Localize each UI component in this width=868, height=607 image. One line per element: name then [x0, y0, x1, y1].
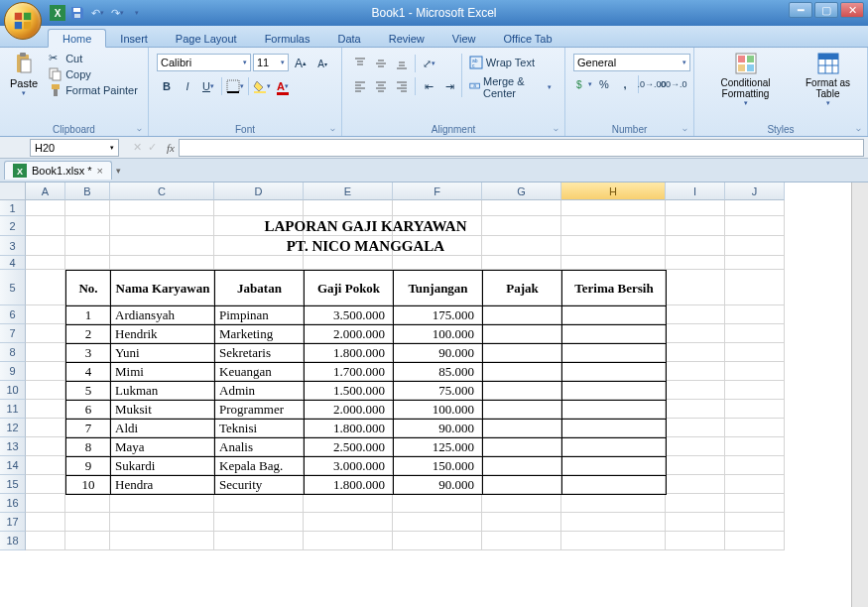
tab-formulas[interactable]: Formulas — [251, 30, 324, 47]
table-cell[interactable]: Pimpinan — [215, 306, 305, 325]
tab-home[interactable]: Home — [48, 29, 106, 48]
cell-A1[interactable] — [26, 200, 65, 216]
cell-J17[interactable] — [725, 513, 785, 532]
table-cell[interactable] — [562, 438, 667, 457]
row-header-11[interactable]: 11 — [0, 400, 26, 419]
table-cell[interactable]: Aldi — [111, 420, 215, 438]
cell-A6[interactable] — [26, 305, 65, 324]
cell-J3[interactable] — [725, 236, 785, 256]
cell-A16[interactable] — [26, 494, 65, 513]
cell-F17[interactable] — [393, 513, 482, 532]
cell-D18[interactable] — [214, 532, 304, 550]
tab-review[interactable]: Review — [375, 30, 438, 47]
cell-A13[interactable] — [26, 437, 65, 456]
cell-I5[interactable] — [666, 270, 725, 305]
table-cell[interactable]: Hendra — [111, 476, 215, 495]
grow-font-button[interactable]: A▴ — [291, 54, 310, 73]
table-cell[interactable]: 90.000 — [394, 344, 483, 363]
cell-H17[interactable] — [561, 513, 666, 532]
cell-J18[interactable] — [725, 532, 785, 550]
table-cell[interactable] — [483, 363, 562, 382]
cell-I9[interactable] — [666, 362, 725, 381]
underline-button[interactable]: U▾ — [198, 76, 218, 96]
table-cell[interactable]: 100.000 — [394, 325, 483, 344]
header-tunjangan[interactable]: Tunjangan — [394, 271, 483, 306]
table-cell[interactable]: 2.500.000 — [305, 438, 394, 457]
row-header-2[interactable]: 2 — [0, 216, 26, 236]
cell-H4[interactable] — [561, 256, 666, 270]
decrease-decimal-button[interactable]: .00→.0 — [663, 74, 682, 94]
cell-F16[interactable] — [393, 494, 482, 513]
table-row[interactable]: 6MuksitProgrammer2.000.000100.000 — [66, 401, 667, 420]
cell-F18[interactable] — [393, 532, 482, 550]
cell-E4[interactable] — [304, 256, 393, 270]
col-header-J[interactable]: J — [725, 182, 785, 200]
table-row[interactable]: 5LukmanAdmin1.500.00075.000 — [66, 382, 667, 401]
table-cell[interactable]: 175.000 — [394, 306, 483, 325]
cell-B16[interactable] — [65, 494, 110, 513]
close-button[interactable]: ✕ — [840, 2, 864, 18]
table-cell[interactable]: 1.800.000 — [305, 420, 394, 438]
table-cell[interactable] — [562, 401, 667, 420]
align-right-button[interactable] — [392, 76, 412, 96]
table-cell[interactable] — [562, 363, 667, 382]
cell-I13[interactable] — [666, 437, 725, 456]
table-cell[interactable]: 90.000 — [394, 476, 483, 495]
cell-H1[interactable] — [561, 200, 666, 216]
font-name-combo[interactable]: Calibri▾ — [157, 54, 251, 71]
cell-E18[interactable] — [304, 532, 393, 550]
salary-table[interactable]: No.Nama KaryawanJabatanGaji PokokTunjang… — [65, 270, 667, 495]
table-cell[interactable] — [483, 420, 562, 438]
align-middle-button[interactable] — [371, 54, 391, 73]
table-cell[interactable]: 4 — [66, 363, 111, 382]
office-button[interactable] — [4, 2, 42, 40]
header-terima-bersih[interactable]: Terima Bersih — [562, 271, 667, 306]
cell-A18[interactable] — [26, 532, 65, 550]
table-cell[interactable] — [483, 401, 562, 420]
cell-E1[interactable] — [304, 200, 393, 216]
table-row[interactable]: 1ArdiansyahPimpinan3.500.000175.000 — [66, 306, 667, 325]
row-header-10[interactable]: 10 — [0, 381, 26, 400]
font-size-combo[interactable]: 11▾ — [253, 54, 289, 71]
cell-I18[interactable] — [666, 532, 725, 550]
row-header-14[interactable]: 14 — [0, 456, 26, 475]
cell-I1[interactable] — [666, 200, 725, 216]
cell-B1[interactable] — [65, 200, 110, 216]
table-cell[interactable]: 6 — [66, 401, 111, 420]
col-header-G[interactable]: G — [482, 182, 561, 200]
table-cell[interactable]: Maya — [111, 438, 215, 457]
cell-J10[interactable] — [725, 381, 785, 400]
table-cell[interactable]: Sekretaris — [215, 344, 305, 363]
maximize-button[interactable]: ▢ — [814, 2, 838, 18]
table-cell[interactable] — [483, 476, 562, 495]
table-cell[interactable]: 125.000 — [394, 438, 483, 457]
cell-J7[interactable] — [725, 324, 785, 343]
vertical-scrollbar[interactable] — [851, 182, 868, 607]
cell-A4[interactable] — [26, 256, 65, 270]
table-row[interactable]: 7AldiTeknisi1.800.00090.000 — [66, 420, 667, 438]
cell-G16[interactable] — [482, 494, 561, 513]
header-gaji-pokok[interactable]: Gaji Pokok — [305, 271, 394, 306]
row-header-18[interactable]: 18 — [0, 532, 26, 550]
cell-G4[interactable] — [482, 256, 561, 270]
row-header-13[interactable]: 13 — [0, 437, 26, 456]
close-tab-icon[interactable]: × — [97, 165, 103, 177]
cell-I3[interactable] — [666, 236, 725, 256]
bold-button[interactable]: B — [157, 76, 177, 96]
qat-excel-icon[interactable]: X — [50, 5, 65, 21]
italic-button[interactable]: I — [178, 76, 197, 96]
table-cell[interactable]: 5 — [66, 382, 111, 401]
new-tab-icon[interactable]: ▾ — [116, 166, 121, 176]
cell-A7[interactable] — [26, 324, 65, 343]
cell-A17[interactable] — [26, 513, 65, 532]
table-cell[interactable] — [562, 420, 667, 438]
number-format-combo[interactable]: General▾ — [573, 54, 690, 71]
cell-I7[interactable] — [666, 324, 725, 343]
cell-A5[interactable] — [26, 270, 65, 305]
table-cell[interactable]: Teknisi — [215, 420, 305, 438]
cell-A14[interactable] — [26, 456, 65, 475]
header-pajak[interactable]: Pajak — [483, 271, 562, 306]
cell-J13[interactable] — [725, 437, 785, 456]
qat-customize-icon[interactable]: ▾ — [129, 5, 145, 21]
tab-insert[interactable]: Insert — [106, 30, 162, 47]
